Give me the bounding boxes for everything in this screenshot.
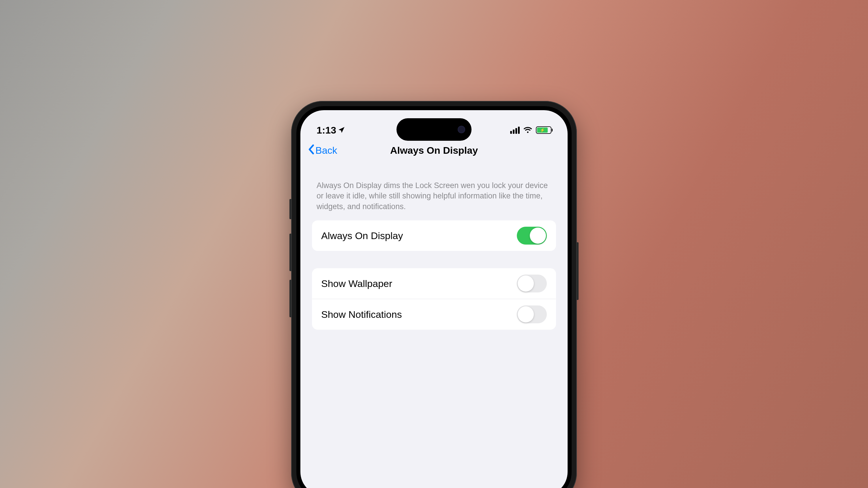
- back-label: Back: [315, 145, 337, 156]
- status-bar-right: ⚡: [510, 126, 552, 134]
- phone-bezel: 1:13 ⚡: [297, 106, 571, 488]
- back-button[interactable]: Back: [307, 144, 337, 157]
- power-button: [577, 242, 579, 300]
- battery-icon: ⚡: [536, 126, 552, 134]
- row-label: Show Wallpaper: [321, 278, 392, 289]
- row-label: Always On Display: [321, 230, 403, 241]
- toggle-knob: [518, 306, 534, 322]
- settings-group-main: Always On Display: [312, 220, 556, 251]
- cellular-signal-icon: [510, 127, 520, 134]
- toggle-always-on-display[interactable]: [517, 227, 547, 245]
- mute-switch: [289, 199, 291, 219]
- wifi-icon: [523, 126, 532, 134]
- settings-group-options: Show Wallpaper Show Notifications: [312, 268, 556, 330]
- front-camera: [458, 126, 465, 133]
- page-title: Always On Display: [390, 145, 478, 156]
- phone-screen: 1:13 ⚡: [300, 110, 568, 488]
- toggle-knob: [530, 228, 546, 244]
- toggle-show-notifications[interactable]: [517, 305, 547, 323]
- navigation-bar: Back Always On Display: [300, 139, 568, 163]
- row-show-notifications: Show Notifications: [312, 299, 556, 330]
- status-bar-left: 1:13: [316, 125, 345, 136]
- phone-frame: 1:13 ⚡: [291, 101, 577, 488]
- chevron-left-icon: [307, 144, 315, 157]
- dynamic-island: [397, 118, 471, 141]
- charging-icon: ⚡: [540, 128, 545, 132]
- volume-up-button: [289, 234, 291, 271]
- section-description: Always On Display dims the Lock Screen w…: [312, 180, 556, 220]
- volume-down-button: [289, 280, 291, 317]
- toggle-show-wallpaper[interactable]: [517, 274, 547, 292]
- status-time: 1:13: [316, 125, 336, 136]
- row-always-on-display: Always On Display: [312, 220, 556, 251]
- toggle-knob: [518, 275, 534, 292]
- content-area: Always On Display dims the Lock Screen w…: [300, 163, 568, 330]
- row-show-wallpaper: Show Wallpaper: [312, 268, 556, 299]
- location-icon: [338, 125, 345, 136]
- row-label: Show Notifications: [321, 309, 402, 320]
